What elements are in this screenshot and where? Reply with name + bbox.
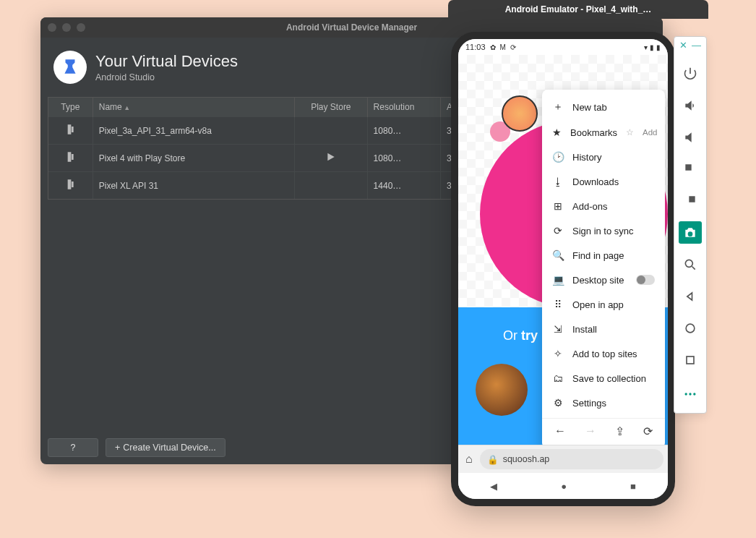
svg-rect-2: [687, 356, 694, 364]
rotate-left-button[interactable]: [679, 158, 702, 180]
avd-window-title: Android Virtual Device Manager: [286, 22, 417, 33]
download-icon: ⭳: [552, 176, 564, 187]
menu-history[interactable]: 🕑 History: [542, 145, 665, 169]
menu-settings[interactable]: ⚙ Settings: [542, 390, 665, 415]
menu-bookmarks[interactable]: ★ Bookmarks ☆ Add: [542, 120, 665, 145]
collection-icon: 🗂: [552, 372, 564, 384]
window-controls[interactable]: [48, 23, 85, 32]
sync-status-icon: ⟳: [510, 43, 516, 51]
col-play-store[interactable]: Play Store: [295, 98, 367, 117]
gear-icon: ⚙: [552, 397, 564, 409]
avd-header-subtitle: Android Studio: [95, 72, 238, 82]
battery-icon: ▮: [656, 43, 661, 51]
wifi-icon: ▾: [644, 43, 648, 51]
col-type[interactable]: Type: [48, 98, 93, 117]
resolution-cell: 1080…: [367, 117, 440, 145]
star-outline-icon: ☆: [626, 127, 634, 137]
emulator-toolbar: ✕ —: [674, 36, 707, 414]
svg-point-5: [693, 393, 695, 395]
emulator-window-title: Android Emulator - Pixel_4_with_…: [505, 4, 652, 14]
status-bar: 11:03 ✿ M ⟳ ▾ ▮ ▮: [458, 39, 668, 55]
menu-add-top-sites[interactable]: ✧ Add to top sites: [542, 341, 665, 366]
android-nav-bar: ◀ ● ■: [458, 473, 668, 499]
status-time: 11:03: [465, 43, 486, 51]
android-studio-logo: [53, 51, 87, 84]
menu-downloads[interactable]: ⭳ Downloads: [542, 169, 665, 194]
device-icon: [48, 172, 93, 200]
emu-minimize-icon[interactable]: —: [692, 40, 701, 51]
forward-icon: →: [585, 424, 596, 438]
overview-button[interactable]: [679, 349, 702, 371]
app-content: Or Or trytry ＋ New tab ★ Bookmarks ☆ Add…: [458, 55, 668, 445]
col-resolution[interactable]: Resolution: [367, 98, 440, 117]
puzzle-icon: ⊞: [552, 200, 564, 212]
back-button[interactable]: [679, 285, 702, 307]
url-bar: ⌂ 🔒 squoosh.ap: [458, 445, 668, 473]
menu-desktop-site[interactable]: 💻 Desktop site: [542, 268, 665, 292]
help-button[interactable]: ?: [48, 438, 98, 457]
install-icon: ⇲: [552, 323, 564, 335]
bookmarks-add[interactable]: Add: [643, 128, 657, 137]
device-icon: [48, 117, 93, 145]
device-name: Pixel_3a_API_31_arm64-v8a: [93, 117, 294, 145]
play-store-cell: [295, 172, 367, 200]
zoom-icon[interactable]: [77, 23, 85, 32]
clock-icon: 🕑: [552, 151, 564, 163]
emu-close-icon[interactable]: ✕: [679, 40, 687, 51]
play-store-icon: [295, 145, 367, 172]
resolution-cell: 1440…: [367, 172, 440, 200]
lock-icon: 🔒: [487, 454, 499, 465]
col-name[interactable]: Name: [93, 98, 294, 117]
svg-point-1: [686, 324, 695, 333]
avatar: [502, 95, 538, 132]
menu-save-collection[interactable]: 🗂 Save to collection: [542, 366, 665, 390]
create-label: Create Virtual Device...: [123, 443, 215, 453]
zoom-button[interactable]: [679, 253, 702, 276]
menu-sign-in[interactable]: ⟳ Sign in to sync: [542, 218, 665, 243]
emulator-titlebar: Android Emulator - Pixel_4_with_…: [448, 0, 708, 19]
nav-overview-icon[interactable]: ■: [630, 481, 636, 492]
power-button[interactable]: [679, 62, 702, 85]
desktop-site-toggle[interactable]: [636, 275, 655, 285]
back-icon[interactable]: ←: [554, 424, 566, 438]
reload-icon[interactable]: ⟳: [643, 424, 653, 438]
pin-icon: ✧: [552, 348, 564, 359]
device-icon: [48, 145, 93, 172]
url-host: squoosh.ap: [503, 454, 550, 464]
rotate-right-button[interactable]: [679, 189, 702, 212]
create-virtual-device-button[interactable]: + Create Virtual Device...: [106, 438, 225, 457]
play-store-cell: [295, 117, 367, 145]
volume-down-button[interactable]: [679, 126, 702, 148]
menu-nav-row: ← → ⇪ ⟳: [542, 418, 665, 444]
plus-icon: +: [115, 443, 120, 453]
menu-find-in-page[interactable]: 🔍 Find in page: [542, 243, 665, 268]
home-button[interactable]: [679, 317, 702, 339]
phone-frame: 11:03 ✿ M ⟳ ▾ ▮ ▮ Or Or trytry ＋ Ne: [451, 32, 675, 506]
menu-open-in-app[interactable]: ⠿ Open in app: [542, 292, 665, 317]
menu-new-tab[interactable]: ＋ New tab: [542, 94, 665, 120]
nav-home-icon[interactable]: ●: [561, 481, 567, 492]
minimize-icon[interactable]: [62, 23, 71, 32]
svg-point-0: [685, 260, 692, 267]
home-icon[interactable]: ⌂: [463, 450, 476, 469]
plus-icon: ＋: [552, 101, 564, 114]
signal-icon: ▮: [650, 43, 654, 51]
volume-up-button[interactable]: [679, 94, 702, 116]
screenshot-button[interactable]: [679, 221, 702, 244]
or-try-text: Or Or trytry: [503, 328, 538, 343]
menu-install[interactable]: ⇲ Install: [542, 317, 665, 341]
close-icon[interactable]: [48, 23, 56, 32]
menu-addons[interactable]: ⊞ Add-ons: [542, 194, 665, 218]
svg-point-3: [685, 393, 687, 395]
device-name: Pixel XL API 31: [93, 172, 294, 200]
url-field[interactable]: 🔒 squoosh.ap: [480, 449, 663, 469]
mail-status-icon: M: [500, 43, 506, 51]
laptop-icon: 💻: [552, 274, 564, 286]
resolution-cell: 1080…: [367, 145, 440, 172]
share-icon[interactable]: ⇪: [615, 424, 624, 438]
grid-icon: ⠿: [552, 299, 564, 310]
more-button[interactable]: [679, 383, 702, 405]
nav-back-icon[interactable]: ◀: [490, 481, 497, 492]
svg-point-4: [689, 393, 691, 395]
sample-image[interactable]: [476, 364, 528, 416]
